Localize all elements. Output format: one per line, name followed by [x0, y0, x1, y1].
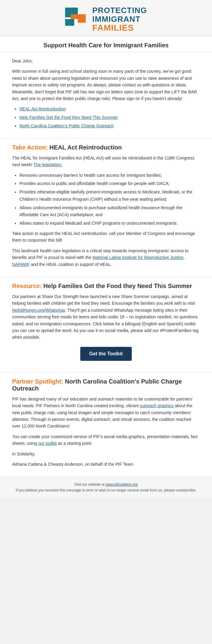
heal-heading: Take Action: HEAL Act Reintroduction	[12, 144, 200, 151]
list-item: HEAL Act Reintroduction	[19, 106, 200, 113]
food-section: Resource: Help Families Get the Food the…	[0, 277, 212, 373]
footer-line1: Visit our website at www.pifcoalition.or…	[12, 482, 200, 488]
list-item: Allows states to expand Medicaid and CHI…	[19, 220, 200, 227]
food-link[interactable]: Help Families Get the Food they Need Thi…	[19, 115, 118, 120]
heal-closing-text2: ,	[184, 255, 185, 260]
heal-bullets: Removes unnecessary barriers to health c…	[19, 172, 200, 227]
svg-rect-2	[65, 19, 74, 26]
nc-body-text4: as a starting point.	[57, 441, 92, 446]
sign-off-1: In Solidarity,	[12, 451, 200, 457]
heal-intro: The HEAL for Immigrant Families Act (HEA…	[12, 155, 200, 168]
main-title-bar: Support Health Care for Immigrant Famili…	[0, 36, 212, 52]
list-item: Help Families Get the Food they Need Thi…	[19, 114, 200, 121]
list-item: North Carolina Coalition's Public Charge…	[19, 122, 200, 130]
logo-line2: IMMIGRANT	[92, 15, 141, 24]
our-toolkit-link[interactable]: our toolkit	[38, 441, 57, 446]
pif-website-link[interactable]: www.pifcoalition.org	[106, 482, 138, 487]
food-label-dark: Help Families Get the Food they Need Thi…	[42, 283, 192, 289]
logo-icon	[65, 8, 89, 31]
main-title: Support Health Care for Immigrant Famili…	[12, 42, 200, 49]
toolkit-button-container: Get the Toolkit	[12, 347, 200, 361]
sign-off-2: Adriana Cadena & Cheasty Anderson, on be…	[12, 461, 200, 468]
heal-link[interactable]: HEAL Act Reintroduction	[19, 106, 66, 111]
nc-body1: PIF has designed many of our education a…	[12, 396, 200, 430]
list-item: Provides access to public and affordable…	[19, 180, 200, 187]
napawf-link[interactable]: NAPAWF	[12, 262, 30, 267]
heal-closing-text3: and the HEAL coalition in support of HEA…	[30, 262, 112, 267]
nc-body2: You can create your customized version o…	[12, 433, 200, 447]
intro-links-list: HEAL Act Reintroduction Help Families Ge…	[19, 106, 200, 129]
outreach-graphics-link[interactable]: outreach graphics	[140, 403, 174, 408]
nc-link[interactable]: North Carolina Coalition's Public Charge…	[19, 123, 114, 128]
heal-label-orange: Take Action:	[12, 144, 48, 151]
logo-container: PROTECTING IMMIGRANT FAMILIES	[3, 6, 209, 33]
heal-section: Take Action: HEAL Act Reintroduction The…	[0, 139, 212, 277]
list-item: Allows undocumented immigrants to purcha…	[19, 204, 200, 219]
heal-cta: Take action to support the HEAL Act rein…	[12, 230, 200, 244]
list-item: Removes unnecessary barriers to health c…	[19, 172, 200, 179]
nlirj-link[interactable]: National Latina Institute for Reproducti…	[92, 255, 183, 260]
food-label-orange: Resource:	[12, 283, 42, 289]
email-wrapper: PROTECTING IMMIGRANT FAMILIES Support He…	[0, 0, 212, 498]
email-header: PROTECTING IMMIGRANT FAMILIES	[0, 0, 212, 36]
nc-label-orange: Partner Spotlight:	[12, 378, 63, 385]
logo-text: PROTECTING IMMIGRANT FAMILIES	[92, 6, 147, 33]
svg-rect-3	[74, 19, 78, 23]
food-body-text1: Our partners at Share Our Strength have …	[12, 294, 195, 306]
greeting: Dear John,	[12, 58, 200, 64]
list-item: Provides otherwise-eligible lawfully pre…	[19, 189, 200, 203]
heal-closing: This landmark health care legislation is…	[12, 247, 200, 268]
logo-line1: PROTECTING	[92, 6, 147, 15]
legislation-link[interactable]: The legislation:	[34, 162, 62, 167]
email-footer: Visit our website at www.pifcoalition.or…	[0, 477, 212, 498]
nc-heading: Partner Spotlight: North Carolina Coalit…	[12, 378, 200, 392]
heal-label-dark: HEAL Act Reintroduction	[48, 144, 122, 151]
food-heading: Resource: Help Families Get the Food the…	[12, 283, 200, 290]
footer-line2: If you believe you received this message…	[12, 488, 200, 493]
food-body: Our partners at Share Our Strength have …	[12, 293, 200, 341]
nokidhungry-link[interactable]: NoKidHungry.org/WhatsApp	[12, 308, 65, 313]
intro-section: Dear John, With summer in full swing and…	[0, 52, 212, 139]
logo-line3: FAMILIES	[92, 23, 134, 33]
footer-text1: Visit our website at	[74, 482, 106, 487]
intro-body: With summer in full swing and school sta…	[12, 68, 200, 102]
get-toolkit-button[interactable]: Get the Toolkit	[80, 347, 132, 361]
nc-section: Partner Spotlight: North Carolina Coalit…	[0, 373, 212, 477]
